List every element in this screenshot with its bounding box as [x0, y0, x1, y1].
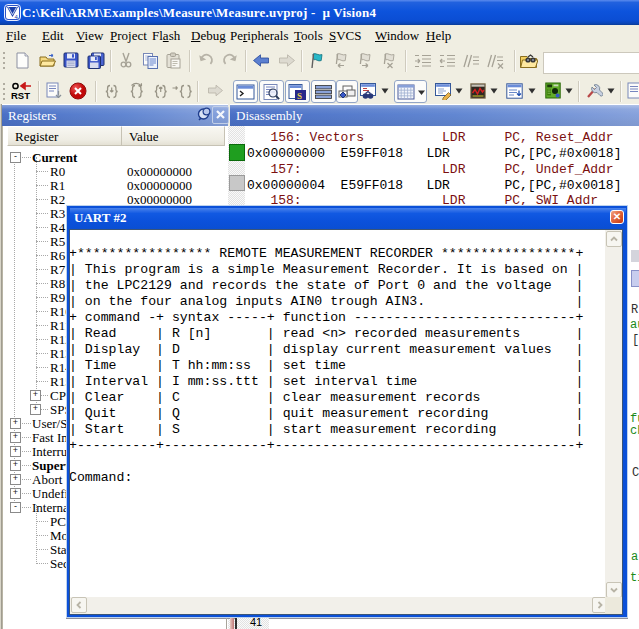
svg-text:RST: RST: [11, 90, 30, 101]
svg-text:S: S: [297, 91, 302, 101]
